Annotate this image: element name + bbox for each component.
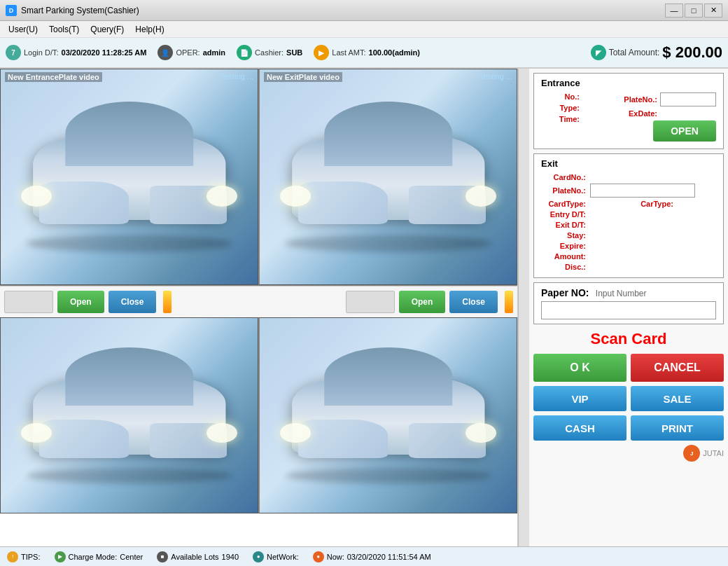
car-roof-3 (65, 347, 194, 406)
cancel-button[interactable]: CANCEL (631, 354, 724, 382)
main-content: New EntrancePlate video Testing ... New … (0, 69, 728, 546)
sale-button[interactable]: SALE (631, 386, 724, 411)
entrance-time-label: Time: (541, 115, 580, 123)
charge-mode-value: Center (120, 553, 143, 561)
entrance-video-cell-2 (0, 317, 258, 513)
entrance-indicator (163, 291, 172, 313)
network-label: NetWork: (267, 553, 299, 561)
available-lots-icon: ■ (157, 551, 168, 562)
entrance-video-status: Testing ... (220, 72, 253, 81)
ground-shadow-3 (27, 468, 232, 483)
exit-disc-label: Disc.: (541, 263, 590, 271)
menu-user[interactable]: User(U) (3, 23, 43, 36)
exit-close-button[interactable]: Close (449, 291, 498, 313)
car-roof-2 (324, 102, 453, 166)
exit-video-cell-2 (258, 317, 517, 513)
exit-cardtype-label: CardType: (541, 200, 590, 208)
login-value: 03/20/2020 11:28:25 AM (62, 48, 147, 57)
exit-video-status: Testing ... (479, 72, 512, 81)
video-bottom-row (0, 317, 517, 513)
menu-tools[interactable]: Tools(T) (43, 23, 85, 36)
menu-bar: User(U) Tools(T) Query(F) Help(H) (0, 21, 728, 38)
ground-shadow-2 (286, 235, 491, 252)
entrance-open-button[interactable]: Open (57, 291, 104, 313)
exit-exitdt-label: Exit D/T: (541, 221, 590, 229)
video-top-row: New EntrancePlate video Testing ... New … (0, 69, 517, 286)
menu-help[interactable]: Help(H) (130, 23, 169, 36)
headlight-left-3 (21, 423, 52, 443)
exit-section: Exit CardNo.: PlateNo.: CardType: CarTyp… (533, 153, 724, 278)
entrance-video-label: New EntrancePlate video (5, 72, 102, 82)
exit-car-scene-2 (260, 318, 517, 513)
oper-label: OPER: (176, 48, 200, 57)
network-icon: ● (253, 551, 264, 562)
right-panel: Entrance No.: Type: Time: (529, 69, 728, 546)
login-label: Login D/T: (24, 48, 59, 57)
entrance-plateno-input[interactable] (660, 92, 716, 106)
headlight-right-1 (206, 186, 237, 207)
car-hood-4 (298, 420, 388, 459)
cash-button[interactable]: CASH (533, 415, 626, 441)
ground-shadow-1 (27, 235, 232, 252)
scan-card-text: Scan Card (533, 330, 724, 348)
entrance-section-title: Entrance (541, 78, 716, 88)
vip-sale-row: VIP SALE (533, 386, 724, 411)
video-panel: New EntrancePlate video Testing ... New … (0, 69, 518, 546)
entrance-video-cell: New EntrancePlate video Testing ... (0, 69, 258, 285)
car-roof-4 (324, 347, 453, 406)
available-lots-value: 1940 (222, 553, 239, 561)
entrance-open-button-large[interactable]: OPEN (653, 120, 716, 142)
vip-button[interactable]: VIP (533, 386, 626, 411)
exit-plateno-input[interactable] (590, 184, 695, 198)
exit-section-title: Exit (541, 158, 716, 169)
paper-section: Paper NO: Input Number (533, 282, 724, 324)
tips-icon: ! (7, 551, 18, 562)
entrance-exdate-label: ExDate: (619, 109, 657, 118)
status-bar: 7 Login D/T: 03/20/2020 11:28:25 AM 👤 OP… (0, 38, 728, 69)
now-value: 03/20/2020 11:51:54 AM (347, 553, 431, 561)
maximize-button[interactable]: □ (685, 4, 703, 18)
ground-shadow-4 (286, 468, 491, 483)
print-button[interactable]: PRINT (631, 415, 724, 441)
cash-print-row: CASH PRINT (533, 415, 724, 441)
menu-query[interactable]: Query(F) (85, 23, 130, 36)
entrance-close-button[interactable]: Close (108, 291, 157, 313)
headlight-left-4 (280, 423, 311, 443)
available-lots-label: Available Lots (171, 553, 218, 561)
cashier-label: Cashier: (255, 48, 284, 57)
minimize-button[interactable]: — (665, 4, 683, 18)
ok-button[interactable]: O K (533, 354, 626, 382)
now-label: Now: (327, 553, 344, 561)
exit-plateno-label: PlateNo.: (541, 186, 590, 195)
total-icon: ◤ (591, 45, 606, 60)
exit-expire-label: Expire: (541, 242, 590, 250)
exit-open-button[interactable]: Open (399, 291, 446, 313)
main-scrollbar[interactable] (518, 69, 529, 546)
car-hood-3 (39, 420, 129, 459)
exit-video-cell: New ExitPlate video Testing ... (258, 69, 517, 285)
jutai-logo: J (683, 445, 700, 462)
cashier-value: SUB (286, 48, 302, 57)
entrance-type-label: Type: (541, 104, 580, 112)
exit-amount-label: Amount: (541, 252, 590, 261)
jutai-text: JUTAI (703, 449, 724, 457)
entrance-blank-btn (4, 291, 53, 313)
exit-blank-btn (346, 291, 395, 313)
exit-cartype-label: CarType: (629, 200, 678, 208)
tips-label: TIPS: (21, 553, 41, 561)
charge-mode-label: Charge Mode: (69, 553, 118, 561)
entrance-plateno-label: PlateNo.: (619, 95, 657, 104)
car-hood-2 (298, 181, 388, 224)
close-button[interactable]: ✕ (704, 4, 722, 18)
exit-indicator (505, 291, 513, 313)
cashier-icon: 📄 (237, 45, 252, 60)
entrance-car-scene-2 (1, 318, 258, 513)
total-amount: $ 200.00 (662, 43, 722, 62)
bottom-bar: ! TIPS: ▶ Charge Mode: Center ■ Availabl… (0, 546, 728, 566)
headlight-right-2 (465, 186, 496, 207)
oper-value: admin (203, 48, 225, 57)
paper-no-input[interactable] (541, 301, 716, 319)
login-icon: 7 (6, 45, 21, 60)
title-bar: D Smart Parking System(Cashier) — □ ✕ (0, 0, 728, 21)
car-hood-1 (39, 181, 129, 224)
